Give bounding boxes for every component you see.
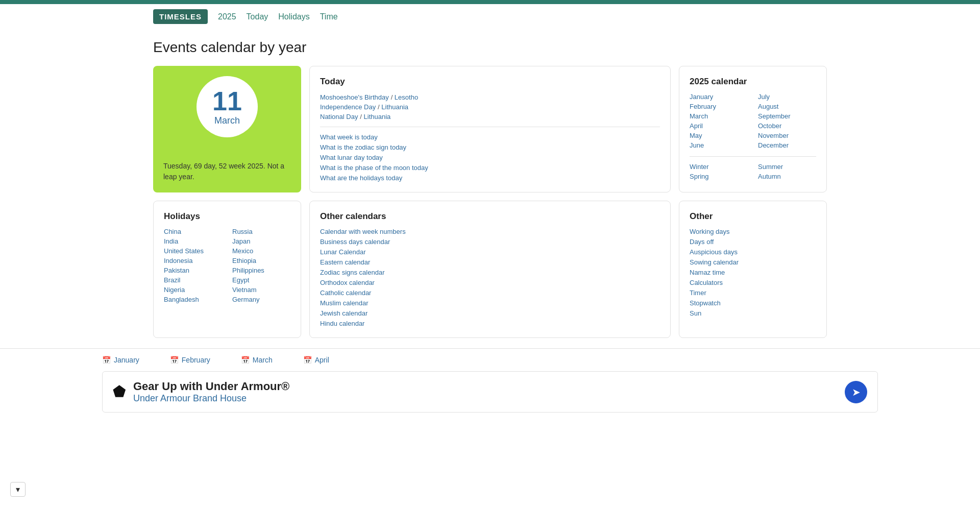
country-nigeria[interactable]: Nigeria bbox=[164, 286, 222, 294]
country-russia[interactable]: Russia bbox=[232, 228, 290, 235]
cal-link-8[interactable]: Jewish calendar bbox=[320, 309, 660, 317]
date-circle: 11 March bbox=[197, 76, 258, 137]
month-july[interactable]: July bbox=[758, 93, 816, 101]
month-may[interactable]: May bbox=[690, 132, 748, 139]
cal-icon-apr: 📅 bbox=[303, 356, 312, 364]
holiday-separator-0: / bbox=[391, 93, 395, 101]
country-china[interactable]: China bbox=[164, 228, 222, 235]
cal-icon-jan: 📅 bbox=[102, 356, 111, 364]
month-january[interactable]: January bbox=[690, 93, 748, 101]
quick-link-1[interactable]: What is the zodiac sign today bbox=[320, 143, 660, 151]
holiday-item-1: Independence Day / Lithuania bbox=[320, 103, 660, 111]
nav-link-today[interactable]: Today bbox=[247, 12, 268, 21]
holiday-link-2[interactable]: National Day bbox=[320, 113, 358, 120]
cal-icon-feb: 📅 bbox=[170, 356, 179, 364]
bar-month-february[interactable]: 📅 February bbox=[170, 356, 210, 364]
cal-link-2[interactable]: Lunar Calendar bbox=[320, 248, 660, 256]
country-indonesia[interactable]: Indonesia bbox=[164, 257, 222, 264]
month-february[interactable]: February bbox=[690, 103, 748, 110]
holiday-country-2[interactable]: Lithuania bbox=[364, 113, 391, 120]
holidays-card: Holidays China Russia India Japan United… bbox=[153, 201, 301, 338]
bar-month-january[interactable]: 📅 January bbox=[102, 356, 139, 364]
month-september[interactable]: September bbox=[758, 112, 816, 120]
month-october[interactable]: October bbox=[758, 122, 816, 130]
quick-links: What week is today What is the zodiac si… bbox=[320, 133, 660, 182]
ad-banner[interactable]: ⬟ Gear Up with Under Armour® Under Armou… bbox=[102, 371, 878, 413]
calendar-2025-card: 2025 calendar January July February Augu… bbox=[679, 66, 827, 192]
country-us[interactable]: United States bbox=[164, 247, 222, 255]
holiday-link-0[interactable]: Moshoeshoe's Birthday bbox=[320, 93, 389, 101]
country-japan[interactable]: Japan bbox=[232, 237, 290, 245]
holiday-item-2: National Day / Lithuania bbox=[320, 112, 660, 120]
nav-bar: TIMESLES 2025 Today Holidays Time bbox=[0, 4, 980, 29]
month-june[interactable]: June bbox=[690, 141, 748, 149]
cal-link-7[interactable]: Muslim calendar bbox=[320, 299, 660, 307]
bar-month-label-jan: January bbox=[114, 356, 139, 364]
other-link-6[interactable]: Timer bbox=[690, 289, 816, 297]
month-december[interactable]: December bbox=[758, 141, 816, 149]
other-link-0[interactable]: Working days bbox=[690, 228, 816, 235]
quick-link-4[interactable]: What are the holidays today bbox=[320, 174, 660, 182]
season-summer[interactable]: Summer bbox=[758, 163, 816, 171]
today-divider bbox=[320, 127, 660, 127]
cal-link-4[interactable]: Zodiac signs calendar bbox=[320, 269, 660, 276]
month-november[interactable]: November bbox=[758, 132, 816, 139]
ad-subtext[interactable]: Under Armour Brand House bbox=[133, 393, 289, 404]
bar-month-label-mar: March bbox=[253, 356, 273, 364]
quick-link-2[interactable]: What lunar day today bbox=[320, 154, 660, 161]
country-mexico[interactable]: Mexico bbox=[232, 247, 290, 255]
cal-link-0[interactable]: Calendar with week numbers bbox=[320, 228, 660, 235]
holiday-link-1[interactable]: Independence Day bbox=[320, 103, 376, 111]
country-vietnam[interactable]: Vietnam bbox=[232, 286, 290, 294]
quick-link-3[interactable]: What is the phase of the moon today bbox=[320, 164, 660, 172]
country-ethiopia[interactable]: Ethiopia bbox=[232, 257, 290, 264]
other-link-2[interactable]: Auspicious days bbox=[690, 248, 816, 256]
ad-arrow-icon[interactable]: ➤ bbox=[845, 381, 867, 403]
cal-link-5[interactable]: Orthodox calendar bbox=[320, 279, 660, 286]
other-link-5[interactable]: Calculators bbox=[690, 279, 816, 286]
month-august[interactable]: August bbox=[758, 103, 816, 110]
holiday-separator-2: / bbox=[360, 113, 363, 120]
nav-link-time[interactable]: Time bbox=[320, 12, 338, 21]
cal-icon-mar: 📅 bbox=[241, 356, 250, 364]
nav-link-year[interactable]: 2025 bbox=[218, 12, 236, 21]
country-egypt[interactable]: Egypt bbox=[232, 276, 290, 284]
date-description: Tuesday, 69 day, 52 week 2025. Not aleap… bbox=[163, 161, 284, 182]
country-germany[interactable]: Germany bbox=[232, 296, 290, 303]
season-grid: Winter Summer Spring Autumn bbox=[690, 156, 816, 180]
other-link-3[interactable]: Sowing calendar bbox=[690, 258, 816, 266]
country-philippines[interactable]: Philippines bbox=[232, 267, 290, 274]
other-calendars-title: Other calendars bbox=[320, 211, 660, 222]
season-spring[interactable]: Spring bbox=[690, 173, 748, 180]
cal-link-9[interactable]: Hindu calendar bbox=[320, 320, 660, 327]
today-title: Today bbox=[320, 77, 660, 87]
bar-month-march[interactable]: 📅 March bbox=[241, 356, 273, 364]
season-winter[interactable]: Winter bbox=[690, 163, 748, 171]
other-link-1[interactable]: Days off bbox=[690, 238, 816, 246]
season-autumn[interactable]: Autumn bbox=[758, 173, 816, 180]
nav-link-holidays[interactable]: Holidays bbox=[278, 12, 309, 21]
holiday-country-1[interactable]: Lithuania bbox=[381, 103, 408, 111]
ad-heading: Gear Up with Under Armour® bbox=[133, 380, 289, 393]
top-accent-bar bbox=[0, 0, 980, 4]
date-number: 11 bbox=[212, 88, 242, 114]
logo[interactable]: TIMESLES bbox=[153, 9, 208, 24]
other-link-4[interactable]: Namaz time bbox=[690, 269, 816, 276]
quick-link-0[interactable]: What week is today bbox=[320, 133, 660, 141]
holiday-item-0: Moshoeshoe's Birthday / Lesotho bbox=[320, 93, 660, 101]
country-pakistan[interactable]: Pakistan bbox=[164, 267, 222, 274]
country-brazil[interactable]: Brazil bbox=[164, 276, 222, 284]
cal-link-1[interactable]: Business days calendar bbox=[320, 238, 660, 246]
country-bangladesh[interactable]: Bangladesh bbox=[164, 296, 222, 303]
holiday-country-0[interactable]: Lesotho bbox=[395, 93, 418, 101]
month-april[interactable]: April bbox=[690, 122, 748, 130]
date-card: 11 March Tuesday, 69 day, 52 week 2025. … bbox=[153, 66, 301, 192]
ad-text: Gear Up with Under Armour® Under Armour … bbox=[133, 380, 289, 404]
bar-month-april[interactable]: 📅 April bbox=[303, 356, 329, 364]
cal-link-3[interactable]: Eastern calendar bbox=[320, 258, 660, 266]
cal-link-6[interactable]: Catholic calendar bbox=[320, 289, 660, 297]
country-india[interactable]: India bbox=[164, 237, 222, 245]
month-march[interactable]: March bbox=[690, 112, 748, 120]
other-link-7[interactable]: Stopwatch bbox=[690, 299, 816, 307]
other-link-8[interactable]: Sun bbox=[690, 309, 816, 317]
